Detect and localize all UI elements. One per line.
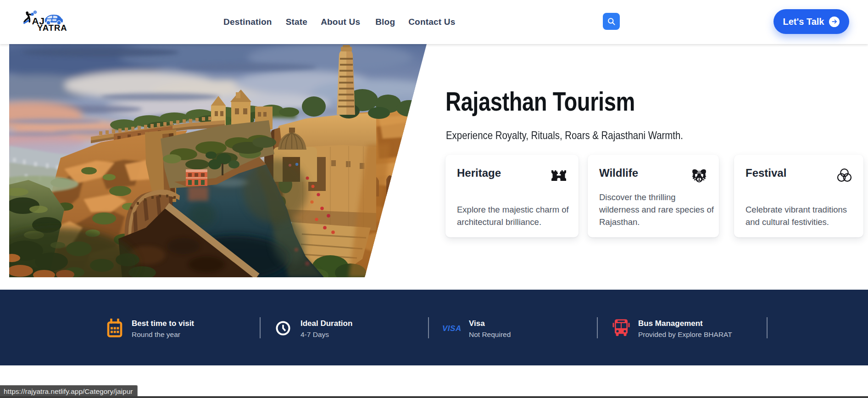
svg-text:YATRA: YATRA [37, 23, 67, 33]
